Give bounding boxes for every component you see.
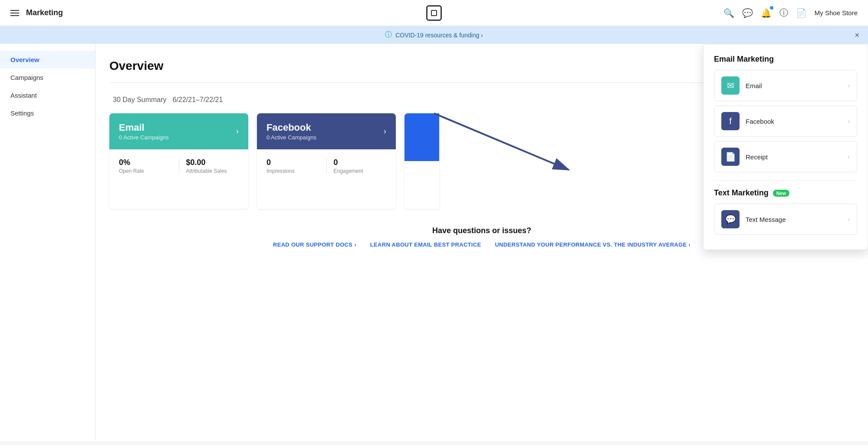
email-card-info: Email 0 Active Campaigns (119, 122, 169, 141)
square-logo-inner (431, 10, 437, 16)
facebook-card-title: Facebook (266, 122, 316, 133)
facebook-card-arrow: › (384, 127, 386, 136)
facebook-chevron-icon: › (848, 118, 850, 125)
dropdown-item-receipt[interactable]: 📄 Receipt › (714, 141, 857, 172)
nav-right: 🔍 💬 🔔 ⓘ 📄 My Shoe Store (723, 7, 858, 19)
main-layout: Overview Campaigns Assistant Settings Ov… (0, 44, 868, 441)
email-card-title: Email (119, 122, 169, 133)
help-icon[interactable]: ⓘ (779, 7, 788, 19)
top-nav: Marketing 🔍 💬 🔔 ⓘ 📄 My Shoe Store (0, 0, 868, 26)
dropdown-email-label: Email (746, 82, 762, 89)
engagement-value: 0 (334, 158, 387, 167)
engagement-label: Engagement (334, 168, 387, 174)
nav-title: Marketing (26, 8, 63, 17)
email-card-header: Email 0 Active Campaigns › (109, 113, 248, 149)
impressions-value: 0 (266, 158, 319, 167)
sidebar-item-overview[interactable]: Overview (0, 51, 95, 69)
email-stat-sales: $0.00 Attributable Sales (186, 158, 239, 174)
facebook-stat-engagement: 0 Engagement (334, 158, 387, 174)
text-message-icon: 💬 (721, 210, 740, 228)
dropdown-item-email-left: ✉ Email (721, 76, 762, 95)
dropdown-item-email[interactable]: ✉ Email › (714, 70, 857, 101)
hamburger-menu[interactable] (10, 10, 19, 16)
receipt-chevron-icon: › (848, 153, 850, 160)
notification-badge (770, 6, 773, 10)
text-marketing-section-title: Text Marketing (714, 188, 769, 198)
sidebar-item-settings[interactable]: Settings (0, 104, 95, 122)
email-icon: ✉ (721, 76, 740, 95)
facebook-icon: f (721, 112, 740, 130)
receipt-icon: 📄 (721, 148, 740, 166)
sidebar: Overview Campaigns Assistant Settings (0, 44, 95, 441)
dropdown-item-text-left: 💬 Text Message (721, 210, 786, 228)
dropdown-facebook-label: Facebook (746, 118, 774, 125)
email-best-practice-link[interactable]: LEARN ABOUT EMAIL BEST PRACTICE (370, 241, 481, 248)
impressions-label: Impressions (266, 168, 319, 174)
email-card-body: 0% Open Rate $0.00 Attributable Sales (109, 149, 248, 183)
square-logo (426, 5, 442, 21)
banner-text[interactable]: COVID-19 resources & funding › (395, 32, 483, 39)
open-rate-value: 0% (119, 158, 172, 167)
dropdown-item-facebook-left: f Facebook (721, 112, 774, 130)
dropdown-divider (714, 180, 857, 181)
partial-card-body (404, 161, 439, 209)
facebook-card-header: Facebook 0 Active Campaigns › (257, 113, 396, 149)
dropdown-receipt-label: Receipt (746, 153, 768, 161)
email-marketing-section-title: Email Marketing (714, 55, 857, 64)
facebook-campaign-card[interactable]: Facebook 0 Active Campaigns › 0 Impressi… (257, 113, 396, 209)
search-icon[interactable]: 🔍 (723, 8, 734, 18)
support-docs-link[interactable]: READ OUR SUPPORT DOCS › (273, 241, 356, 248)
open-rate-label: Open Rate (119, 168, 172, 174)
sidebar-item-assistant[interactable]: Assistant (0, 86, 95, 104)
email-card-subtitle: 0 Active Campaigns (119, 134, 169, 141)
facebook-card-body: 0 Impressions 0 Engagement (257, 149, 396, 183)
sales-value: $0.00 (186, 158, 239, 167)
facebook-card-subtitle: 0 Active Campaigns (266, 134, 316, 141)
info-icon: ⓘ (385, 30, 392, 40)
email-card-arrow: › (236, 127, 239, 136)
text-chevron-icon: › (848, 216, 850, 223)
facebook-card-info: Facebook 0 Active Campaigns (266, 122, 316, 141)
facebook-card-stats: 0 Impressions 0 Engagement (266, 158, 386, 174)
partial-card (404, 113, 439, 209)
performance-link[interactable]: UNDERSTAND YOUR PERFORMANCE VS. THE INDU… (495, 241, 690, 248)
dropdown-text-label: Text Message (746, 216, 786, 223)
page-title: Overview (109, 59, 164, 73)
dropdown-item-text-message[interactable]: 💬 Text Message › (714, 204, 857, 235)
dropdown-item-receipt-left: 📄 Receipt (721, 148, 768, 166)
store-name[interactable]: My Shoe Store (815, 9, 858, 16)
main-content: Overview Create Campaign 30 Day Summary … (95, 44, 868, 441)
email-stat-open-rate: 0% Open Rate (119, 158, 179, 174)
bell-icon[interactable]: 🔔 (761, 8, 772, 18)
facebook-stat-impressions: 0 Impressions (266, 158, 327, 174)
new-badge: New (773, 190, 790, 197)
info-banner: ⓘ COVID-19 resources & funding › × (0, 26, 868, 44)
store-icon[interactable]: 📄 (796, 8, 807, 18)
dropdown-item-facebook[interactable]: f Facebook › (714, 105, 857, 137)
partial-card-header (404, 113, 439, 161)
message-icon[interactable]: 💬 (742, 8, 753, 18)
email-card-stats: 0% Open Rate $0.00 Attributable Sales (119, 158, 239, 174)
campaign-type-dropdown: Email Marketing ✉ Email › f Facebook › 📄 (703, 44, 868, 250)
email-chevron-icon: › (848, 82, 850, 89)
banner-close[interactable]: × (855, 30, 859, 40)
sidebar-item-campaigns[interactable]: Campaigns (0, 69, 95, 86)
email-campaign-card[interactable]: Email 0 Active Campaigns › 0% Open Rate … (109, 113, 248, 209)
sales-label: Attributable Sales (186, 168, 239, 174)
text-marketing-header: Text Marketing New (714, 188, 857, 198)
